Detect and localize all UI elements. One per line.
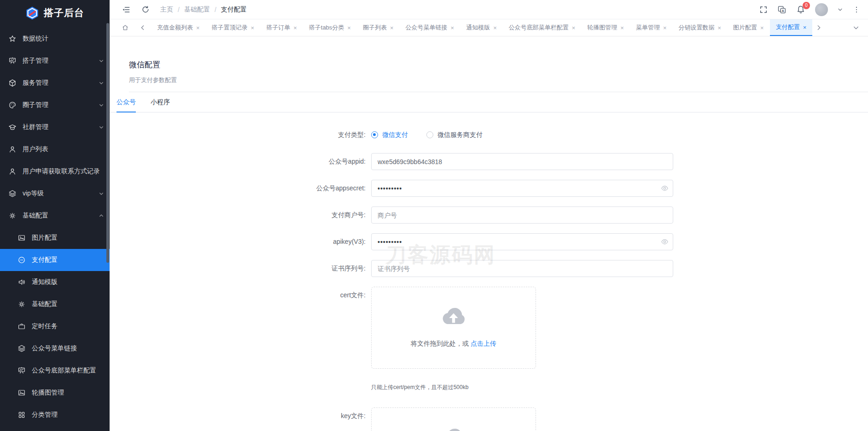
page-subtitle: 用于支付参数配置 bbox=[129, 76, 868, 84]
field-label: cert文件: bbox=[110, 287, 371, 304]
graduation-cap-icon bbox=[8, 123, 17, 131]
app-logo[interactable]: 搭子后台 bbox=[0, 0, 110, 26]
sidebar-subitem-image-config[interactable]: 图片配置 bbox=[0, 227, 110, 249]
tab-item-4[interactable]: 圈子列表 bbox=[357, 19, 400, 36]
chevron-down-icon[interactable] bbox=[837, 6, 843, 12]
cert-serial-input[interactable] bbox=[371, 260, 673, 277]
sidebar-subitem-notify-template[interactable]: 通知模版 bbox=[0, 271, 110, 293]
tab-item-10[interactable]: 分销设置数据 bbox=[673, 19, 728, 36]
tab-item-0[interactable]: 充值金额列表 bbox=[151, 19, 206, 36]
eye-icon[interactable] bbox=[661, 184, 669, 192]
radio-unselected-icon bbox=[426, 131, 433, 138]
sidebar-subitem-base-config[interactable]: 基础配置 bbox=[0, 293, 110, 315]
close-icon[interactable] bbox=[572, 25, 576, 31]
close-icon[interactable] bbox=[293, 25, 297, 31]
tab-item-6[interactable]: 通知模版 bbox=[460, 19, 503, 36]
radio-wechat-provider-pay[interactable]: 微信服务商支付 bbox=[426, 131, 483, 139]
tab-item-active[interactable]: 支付配置 bbox=[770, 19, 813, 36]
image-icon bbox=[17, 389, 26, 397]
sidebar-item-vip-level[interactable]: vip等级 bbox=[0, 183, 110, 205]
close-icon[interactable] bbox=[196, 25, 200, 31]
breadcrumb-base-config[interactable]: 基础配置 bbox=[184, 6, 210, 14]
form-row-pay-type: 支付类型: 微信支付 微信服务商支付 bbox=[110, 126, 868, 143]
home-icon[interactable] bbox=[122, 24, 129, 31]
avatar[interactable] bbox=[815, 3, 828, 16]
palette-icon bbox=[8, 101, 17, 109]
tabs-menu-icon[interactable] bbox=[852, 24, 860, 31]
breadcrumb-home[interactable]: 主页 bbox=[160, 6, 173, 14]
sidebar-scrollbar[interactable] bbox=[106, 23, 109, 263]
sidebar-item-base-config[interactable]: 基础配置 bbox=[0, 205, 110, 227]
tab-item-11[interactable]: 图片配置 bbox=[727, 19, 770, 36]
form-row-cert-file: cert文件: 将文件拖到此处，或 点击上传 bbox=[110, 287, 868, 369]
tabs-scroll-right-icon[interactable] bbox=[815, 24, 822, 31]
user-icon bbox=[8, 167, 17, 176]
tab-item-3[interactable]: 搭子tabs分类 bbox=[303, 19, 357, 36]
close-icon[interactable] bbox=[347, 25, 351, 31]
tab-item-5[interactable]: 公众号菜单链接 bbox=[400, 19, 460, 36]
form-row-key-file: key文件: bbox=[110, 407, 868, 431]
sidebar-item-data-stats[interactable]: 数据统计 bbox=[0, 28, 110, 50]
tab-item-9[interactable]: 菜单管理 bbox=[630, 19, 673, 36]
form-row-merchant-id: 支付商户号: bbox=[110, 207, 868, 224]
sidebar-subitem-cron-tasks[interactable]: 定时任务 bbox=[0, 315, 110, 337]
close-icon[interactable] bbox=[663, 25, 667, 31]
image-icon bbox=[17, 234, 26, 242]
notification-badge: 0 bbox=[803, 2, 810, 9]
notifications-button[interactable]: 0 bbox=[796, 5, 806, 15]
user-icon bbox=[8, 145, 17, 154]
sidebar-item-user-list[interactable]: 用户列表 bbox=[0, 138, 110, 160]
sidebar-subitem-payment-config[interactable]: 支付配置 bbox=[0, 249, 110, 271]
eye-icon[interactable] bbox=[661, 238, 669, 246]
logo-icon bbox=[25, 6, 39, 21]
sidebar-item-dazi-manage[interactable]: 搭子管理 bbox=[0, 50, 110, 72]
close-icon[interactable] bbox=[493, 25, 497, 31]
sidebar-subitem-mp-menu-links[interactable]: 公众号菜单链接 bbox=[0, 337, 110, 360]
close-icon[interactable] bbox=[760, 25, 764, 31]
fullscreen-icon[interactable] bbox=[759, 5, 768, 14]
chevron-up-icon bbox=[99, 213, 104, 218]
tab-mini-program[interactable]: 小程序 bbox=[151, 92, 170, 112]
field-label: 公众号appsecret: bbox=[110, 180, 371, 197]
merchant-id-input[interactable] bbox=[371, 207, 673, 224]
tab-official-account[interactable]: 公众号 bbox=[117, 92, 136, 112]
tab-item-1[interactable]: 搭子置顶记录 bbox=[206, 19, 261, 36]
appsecret-input[interactable] bbox=[371, 180, 673, 197]
tabs-scroll-left-icon[interactable] bbox=[139, 24, 146, 31]
field-label: 支付类型: bbox=[110, 126, 371, 143]
sidebar-item-service-manage[interactable]: 服务管理 bbox=[0, 72, 110, 94]
sidebar-subitem-carousel-manage[interactable]: 轮播图管理 bbox=[0, 382, 110, 404]
board-icon bbox=[8, 57, 17, 65]
sidebar-item-circle-manage[interactable]: 圈子管理 bbox=[0, 94, 110, 116]
translate-icon[interactable] bbox=[777, 5, 786, 14]
close-icon[interactable] bbox=[803, 24, 807, 30]
tab-item-8[interactable]: 轮播图管理 bbox=[581, 19, 630, 36]
sidebar-subitem-category-manage[interactable]: 分类管理 bbox=[0, 404, 110, 426]
refresh-icon[interactable] bbox=[141, 5, 150, 14]
sidebar-item-user-contact-records[interactable]: 用户申请获取联系方式记录 bbox=[0, 160, 110, 183]
collapse-sidebar-icon[interactable] bbox=[122, 5, 131, 14]
appid-input[interactable] bbox=[371, 153, 673, 170]
cloud-upload-icon bbox=[439, 302, 468, 331]
field-label-empty bbox=[110, 383, 371, 391]
tab-item-7[interactable]: 公众号底部菜单栏配置 bbox=[503, 19, 582, 36]
click-to-upload-link[interactable]: 点击上传 bbox=[471, 340, 496, 347]
more-options-icon[interactable] bbox=[852, 6, 861, 14]
sidebar-item-community-manage[interactable]: 社群管理 bbox=[0, 116, 110, 138]
breadcrumb-separator bbox=[215, 6, 216, 13]
cert-upload-dropzone[interactable]: 将文件拖到此处，或 点击上传 bbox=[371, 287, 536, 369]
close-icon[interactable] bbox=[451, 25, 454, 31]
app-root: 搭子后台 数据统计 搭子管理 服务管理 圈子管理 bbox=[0, 0, 868, 431]
layers-icon bbox=[17, 344, 26, 353]
radio-wechat-pay[interactable]: 微信支付 bbox=[371, 131, 408, 139]
open-tabs: 充值金额列表 搭子置顶记录 搭子订单 搭子tabs分类 圈子列表 公众号菜单链接… bbox=[151, 19, 812, 36]
close-icon[interactable] bbox=[620, 25, 624, 31]
tab-item-2[interactable]: 搭子订单 bbox=[260, 19, 303, 36]
close-icon[interactable] bbox=[718, 25, 722, 31]
cloud-upload-icon bbox=[439, 423, 468, 431]
close-icon[interactable] bbox=[390, 25, 394, 31]
key-upload-dropzone[interactable] bbox=[371, 407, 536, 431]
sidebar-subitem-mp-bottom-menu[interactable]: 公众号底部菜单栏配置 bbox=[0, 360, 110, 382]
close-icon[interactable] bbox=[251, 25, 255, 31]
apikey-input[interactable] bbox=[371, 233, 673, 250]
